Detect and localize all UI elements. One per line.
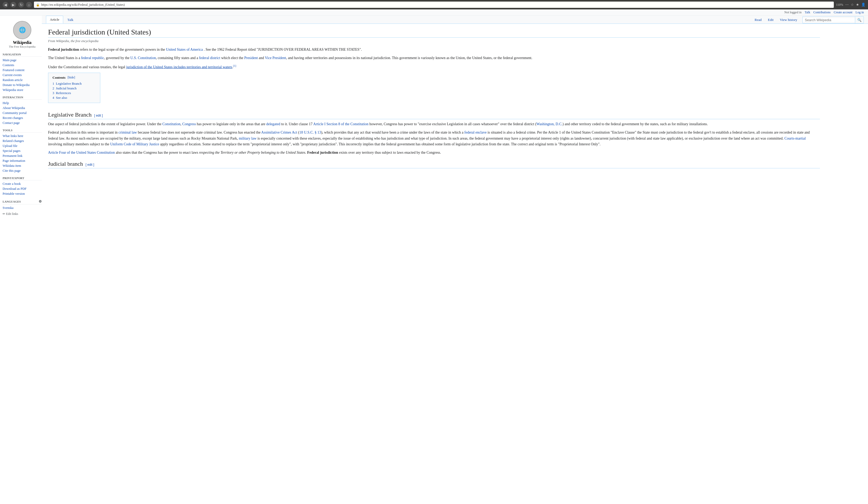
sidebar-item-permanent-link[interactable]: Permanent link [3, 153, 42, 159]
section-judicial-branch: Judicial branch [ edit ] [48, 161, 820, 168]
sidebar-item-download-pdf[interactable]: Download as PDF [3, 187, 42, 191]
delegated-link[interactable]: delegated [266, 122, 280, 126]
courts-martial-link[interactable]: Courts-martial [784, 137, 806, 140]
sidebar-item-recent-changes[interactable]: Recent changes [3, 115, 42, 121]
menu-icon[interactable]: ⋯ [845, 3, 849, 7]
section-judicial-title: Judicial branch [48, 161, 83, 167]
criminal-law-link[interactable]: criminal law [118, 130, 137, 134]
search-button[interactable]: 🔍 [855, 17, 864, 23]
wiki-logo: 🌐 Wikipedia The Free Encyclopedia [3, 18, 42, 50]
section-legislative-edit[interactable]: [ edit ] [94, 114, 103, 117]
wiki-actions: Read Edit View history [752, 16, 800, 23]
usa-link[interactable]: United States of America [166, 48, 203, 51]
sidebar-item-community[interactable]: Community portal [3, 111, 42, 115]
toc-title-row: Contents [hide] [52, 75, 96, 80]
wiki-top-bar: Not logged in Talk Contributions Create … [0, 9, 868, 16]
contributions-link[interactable]: Contributions [814, 10, 831, 14]
toc-item-4[interactable]: 4 See also [52, 95, 96, 100]
url-text: https://en.wikipedia.org/wiki/Federal_ju… [41, 3, 832, 7]
washington-dc-link[interactable]: Washington, D.C. [536, 122, 562, 126]
not-logged-in-label: Not logged in [784, 10, 802, 14]
home-button[interactable]: ⌂ [26, 2, 32, 8]
zoom-level: 110% [836, 3, 843, 7]
page-title: Federal jurisdiction (United States) [48, 28, 820, 38]
sidebar-item-contact[interactable]: Contact page [3, 121, 42, 125]
bookmark-icon[interactable]: ☆ [851, 3, 854, 7]
toc-hide-button[interactable]: [hide] [68, 75, 75, 80]
legislative-para-2: Federal jurisdiction in this sense is im… [48, 130, 820, 147]
ref-1: [1] [233, 64, 236, 67]
create-account-link[interactable]: Create account [834, 10, 852, 14]
toc-item-2[interactable]: 2 Judicial branch [52, 86, 96, 91]
jurisdiction-link[interactable]: jurisdiction of the United States includ… [126, 65, 232, 69]
search-input[interactable] [803, 18, 855, 22]
toc-item-3[interactable]: 3 References [52, 91, 96, 95]
military-law-link[interactable]: military law [239, 137, 256, 140]
tab-article[interactable]: Article [46, 16, 63, 23]
action-view-history[interactable]: View history [777, 16, 800, 23]
talk-link[interactable]: Talk [805, 10, 810, 14]
reload-button[interactable]: ↻ [18, 2, 24, 8]
sidebar-item-help[interactable]: Help [3, 101, 42, 105]
wiki-content: Federal jurisdiction refers to the legal… [48, 47, 820, 168]
ref-1-link[interactable]: [1] [233, 64, 236, 67]
18usc13-link[interactable]: 18 U.S.C. § 13 [299, 130, 321, 134]
congress-link[interactable]: Congress [182, 122, 196, 126]
article-four-link[interactable]: Article Four of the United States Consti… [48, 151, 115, 154]
sidebar-item-what-links-here[interactable]: What links here [3, 133, 42, 139]
sidebar-languages-settings-icon[interactable]: ⚙ [39, 200, 42, 204]
sidebar-edit-links[interactable]: ✏ Edit links [3, 211, 42, 216]
tab-talk[interactable]: Talk [63, 16, 77, 23]
sidebar-item-main-page[interactable]: Main page [3, 58, 42, 63]
sidebar-item-upload-file[interactable]: Upload file [3, 143, 42, 149]
federal-district-link[interactable]: federal district [199, 56, 220, 60]
back-button[interactable]: ◀ [3, 2, 8, 8]
federal-republic-link[interactable]: federal republic [81, 56, 104, 60]
sidebar-item-create-book[interactable]: Create a book [3, 181, 42, 187]
sidebar-item-page-info[interactable]: Page information [3, 159, 42, 163]
sidebar-item-donate[interactable]: Donate to Wikipedia [3, 83, 42, 88]
ucmj-link[interactable]: Uniform Code of Military Justice [110, 142, 159, 146]
sidebar-item-cite[interactable]: Cite this page [3, 168, 42, 173]
president-link[interactable]: President [244, 56, 258, 60]
federal-enclave-link[interactable]: federal enclave [464, 130, 486, 134]
sidebar-tools-title: Tools [3, 129, 42, 132]
from-wiki-label: From Wikipedia, the free encyclopedia [48, 39, 820, 43]
sidebar-item-store[interactable]: Wikipedia store [3, 88, 42, 92]
sidebar: 🌐 Wikipedia The Free Encyclopedia Naviga… [0, 16, 42, 219]
sidebar-item-featured-content[interactable]: Featured content [3, 68, 42, 73]
assimilative-crimes-act-link[interactable]: Assimilative Crimes Act [261, 130, 297, 134]
us-constitution-link[interactable]: U.S. Constitution [130, 56, 156, 60]
sidebar-item-current-events[interactable]: Current events [3, 73, 42, 78]
profile-icon[interactable]: 👤 [861, 3, 865, 7]
sidebar-interaction-title: Interaction [3, 96, 42, 100]
sidebar-item-random-article[interactable]: Random article [3, 78, 42, 83]
action-edit[interactable]: Edit [765, 16, 777, 23]
toc-box: Contents [hide] 1 Legislative Branch 2 J… [48, 73, 100, 103]
star-icon[interactable]: ★ [856, 3, 859, 7]
sidebar-item-related-changes[interactable]: Related changes [3, 139, 42, 143]
tabs-row-outer: Article Talk Read Edit View history 🔍 [42, 16, 868, 24]
address-bar[interactable]: 🔒 https://en.wikipedia.org/wiki/Federal_… [34, 2, 834, 8]
italic-text: respecting the Territory or other Proper… [199, 151, 306, 154]
section-judicial-edit[interactable]: [ edit ] [86, 163, 94, 167]
sidebar-print-title: Print/export [3, 177, 42, 180]
intro-text-2: . See the 1962 Federal Report titled "JU… [204, 48, 362, 51]
sidebar-item-contents[interactable]: Contents [3, 63, 42, 68]
toc-item-1[interactable]: 1 Legislative Branch [52, 81, 96, 86]
vice-president-link[interactable]: Vice President [265, 56, 286, 60]
sidebar-item-svenska[interactable]: Svenska [3, 205, 42, 210]
federal-jurisdiction-bold-2: Federal jurisdiction [307, 151, 338, 154]
forward-button[interactable]: ▶ [10, 2, 16, 8]
log-in-link[interactable]: Log in [856, 10, 864, 14]
browser-controls: 110% ⋯ ☆ ★ 👤 [836, 3, 865, 7]
sidebar-item-printable[interactable]: Printable version [3, 191, 42, 196]
article-i-section-8-link[interactable]: Article I Section 8 of the Constitution [313, 122, 369, 126]
sidebar-item-special-pages[interactable]: Special pages [3, 149, 42, 153]
action-read[interactable]: Read [752, 16, 765, 23]
sidebar-item-wikidata[interactable]: Wikidata item [3, 163, 42, 168]
wiki-body: 🌐 Wikipedia The Free Encyclopedia Naviga… [0, 16, 868, 219]
sidebar-item-about[interactable]: About Wikipedia [3, 105, 42, 111]
constitution-link[interactable]: Constitution [163, 122, 180, 126]
wiki-main-content: Federal jurisdiction (United States) Fro… [42, 24, 826, 219]
